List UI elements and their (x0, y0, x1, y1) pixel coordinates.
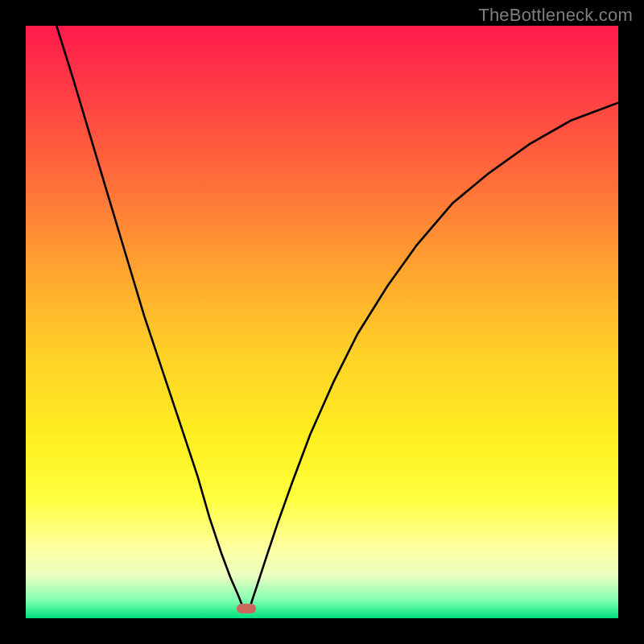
chart-frame: TheBottleneck.com (0, 0, 644, 644)
bottleneck-curve (26, 26, 618, 618)
plot-area (26, 26, 618, 618)
optimal-marker (237, 604, 256, 613)
watermark-text: TheBottleneck.com (478, 5, 633, 26)
